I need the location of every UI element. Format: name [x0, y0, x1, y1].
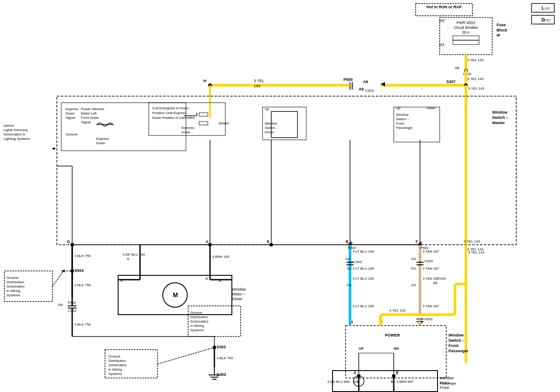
svg-text:Switch –: Switch – — [448, 338, 465, 343]
svg-text:Switch –: Switch – — [492, 115, 508, 120]
svg-text:D4: D4 — [346, 257, 350, 261]
svg-text:Power Window: Power Window — [81, 107, 105, 111]
svg-text:3 YEL: 3 YEL — [254, 79, 264, 83]
svg-text:D4: D4 — [347, 283, 352, 287]
svg-text:D3: D3 — [411, 267, 416, 271]
svg-text:B: B — [346, 239, 349, 244]
svg-text:Switch –: Switch – — [396, 117, 410, 121]
svg-text:3 YEL 143: 3 YEL 143 — [464, 239, 480, 243]
svg-text:G: G — [67, 239, 70, 244]
svg-text:Down: Down — [427, 106, 435, 110]
svg-text:M2: M2 — [439, 18, 445, 23]
svg-text:C303: C303 — [365, 89, 374, 93]
svg-text:Lights Dimming: Lights Dimming — [4, 128, 28, 132]
svg-text:3 BRN 667: 3 BRN 667 — [396, 380, 414, 384]
svg-text:S504: S504 — [74, 268, 84, 273]
svg-text:S303: S303 — [217, 345, 226, 349]
svg-text:Window: Window — [396, 113, 409, 117]
svg-text:Coil Energized in Down: Coil Energized in Down — [152, 106, 189, 110]
svg-text:143: 143 — [254, 84, 260, 88]
svg-text:B: B — [350, 241, 353, 245]
svg-text:DN: DN — [394, 347, 399, 350]
svg-text:D3: D3 — [411, 257, 416, 261]
svg-text:3 BLK 750: 3 BLK 750 — [74, 323, 91, 326]
svg-text:Interior: Interior — [4, 124, 14, 128]
svg-text:Master: Master — [492, 121, 505, 125]
svg-text:C303: C303 — [424, 259, 433, 263]
svg-text:OC: OC — [545, 7, 550, 10]
svg-text:3 BLK 750: 3 BLK 750 — [217, 356, 233, 360]
svg-text:3 BLK 750: 3 BLK 750 — [74, 254, 91, 258]
svg-text:Express: Express — [96, 137, 109, 141]
wiring-diagram: Hot in RUN or RAP PWR WDO Circuit Breake… — [0, 0, 560, 392]
svg-text:UP: UP — [359, 347, 364, 350]
svg-text:Driver: Driver — [232, 297, 242, 301]
svg-text:F: F — [420, 241, 422, 245]
svg-text:Schematics: Schematics — [7, 284, 24, 288]
svg-text:3 YEL 143: 3 YEL 143 — [467, 247, 483, 251]
svg-text:3 YEL 143: 3 YEL 143 — [467, 58, 483, 62]
svg-text:IP: IP — [497, 33, 500, 38]
svg-text:Signal: Signal — [66, 116, 75, 120]
svg-text:Hot in RUN or RAP: Hot in RUN or RAP — [427, 5, 462, 9]
svg-text:P500: P500 — [420, 246, 428, 250]
svg-text:3 BRN 165: 3 BRN 165 — [212, 255, 230, 259]
svg-text:Front: Front — [448, 343, 458, 348]
svg-text:3 TAN 167: 3 TAN 167 — [423, 277, 439, 281]
svg-text:A6: A6 — [363, 80, 368, 84]
svg-text:in Wiring: in Wiring — [190, 324, 204, 328]
svg-text:Systems: Systems — [190, 328, 204, 332]
svg-text:3 DK BLU 666: 3 DK BLU 666 — [327, 380, 350, 384]
svg-text:←: ← — [420, 87, 424, 90]
svg-text:Down: Down — [219, 121, 229, 125]
svg-text:M: M — [173, 291, 178, 298]
svg-text:E: E — [267, 239, 270, 244]
svg-text:Express: Express — [182, 126, 194, 130]
svg-text:POWER: POWER — [385, 333, 400, 337]
svg-text:3 YEL 143: 3 YEL 143 — [468, 87, 484, 90]
svg-text:Down: Down — [96, 141, 105, 145]
svg-text:A: A — [206, 239, 209, 244]
svg-text:M: M — [357, 380, 360, 384]
svg-text:Passenger: Passenger — [440, 382, 457, 385]
svg-text:Window: Window — [448, 333, 464, 337]
svg-text:Lighting Systems: Lighting Systems — [4, 137, 30, 141]
svg-text:D3: D3 — [411, 283, 416, 287]
svg-text:P500: P500 — [348, 246, 356, 250]
svg-text:Block: Block — [497, 28, 508, 32]
svg-text:Passenger: Passenger — [396, 126, 413, 130]
svg-text:Front: Front — [396, 121, 404, 125]
svg-text:P600: P600 — [424, 317, 433, 321]
svg-text:A6: A6 — [359, 87, 364, 91]
svg-text:Schematics: Schematics — [108, 363, 126, 367]
svg-text:Motor –: Motor – — [232, 292, 245, 296]
svg-text:B: B — [391, 380, 393, 384]
svg-text:Window: Window — [440, 376, 454, 380]
svg-text:3 TAN 167: 3 TAN 167 — [423, 304, 439, 308]
svg-text:Distribution: Distribution — [108, 359, 126, 363]
svg-text:Ground: Ground — [190, 311, 202, 315]
svg-text:Signal: Signal — [81, 120, 91, 124]
svg-text:Circuit Breaker: Circuit Breaker — [454, 25, 478, 30]
svg-text:Down: Down — [182, 130, 190, 134]
svg-text:Schematics: Schematics — [190, 319, 208, 323]
svg-text:Express: Express — [66, 107, 78, 111]
svg-text:Ground: Ground — [108, 354, 120, 358]
svg-text:Distribution: Distribution — [190, 315, 208, 319]
svg-text:Down Position is Cancelled: Down Position is Cancelled — [152, 116, 195, 120]
svg-text:3 LT BLU 166: 3 LT BLU 166 — [353, 250, 374, 253]
svg-text:C303: C303 — [354, 260, 362, 264]
svg-text:L: L — [542, 6, 544, 10]
svg-text:ESC: ESC — [544, 18, 551, 22]
svg-text:Up: Up — [265, 107, 270, 111]
svg-text:Motor Left: Motor Left — [81, 111, 97, 115]
svg-text:Ground: Ground — [66, 132, 77, 136]
svg-text:in Wiring: in Wiring — [7, 289, 20, 293]
svg-text:30 A: 30 A — [462, 30, 469, 35]
svg-text:A: A — [127, 257, 130, 261]
svg-text:3 TAN 167: 3 TAN 167 — [423, 267, 439, 271]
svg-text:Window: Window — [232, 287, 246, 291]
svg-text:3 DK BLU 164: 3 DK BLU 164 — [122, 253, 145, 257]
svg-text:3 YEL 143: 3 YEL 143 — [467, 77, 483, 81]
svg-text:Schematics in: Schematics in — [4, 132, 25, 136]
